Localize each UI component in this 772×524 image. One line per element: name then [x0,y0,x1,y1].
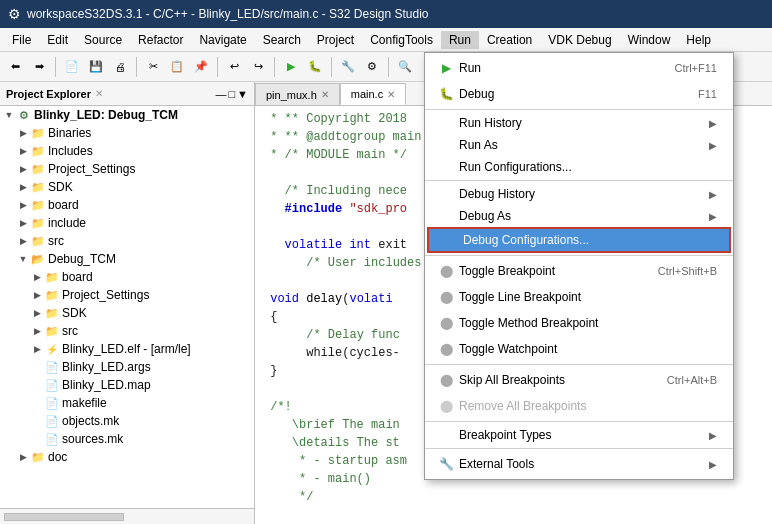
tree-item-include[interactable]: ▶ 📁 include [0,214,254,232]
tree-item-src[interactable]: ▶ 📁 src [0,232,254,250]
menu-vdkdebug[interactable]: VDK Debug [540,31,619,49]
tree-item-includes[interactable]: ▶ 📁 Includes [0,142,254,160]
toolbar-btn-6[interactable]: ✂ [142,56,164,78]
menu-navigate[interactable]: Navigate [191,31,254,49]
tree-label-project-settings: Project_Settings [48,162,135,176]
folder-icon-dt-project-settings: 📁 [44,287,60,303]
tree-item-dt-src[interactable]: ▶ 📁 src [0,322,254,340]
menu-help[interactable]: Help [678,31,719,49]
file-icon-objects-mk: 📄 [44,413,60,429]
toolbar-btn-10[interactable]: ↪ [247,56,269,78]
arrow-blinky-root: ▼ [2,110,16,120]
menu-remove-all-label: Remove All Breakpoints [459,399,586,413]
pe-settings[interactable]: ▼ [237,88,248,100]
external-tools-arrow: ▶ [709,459,717,470]
tab-label-main-c: main.c [351,88,383,100]
menu-debug-as[interactable]: Debug As ▶ [425,205,733,227]
method-breakpoint-icon: ⬤ [437,314,455,332]
toolbar-run-btn[interactable]: ▶ [280,56,302,78]
menu-configtools[interactable]: ConfigTools [362,31,441,49]
menu-toggle-watchpoint[interactable]: ⬤ Toggle Watchpoint [425,336,733,362]
menu-search[interactable]: Search [255,31,309,49]
folder-icon-dt-sdk: 📁 [44,305,60,321]
menu-toggle-breakpoint-label: Toggle Breakpoint [459,264,555,278]
tree-item-doc[interactable]: ▶ 📁 doc [0,448,254,466]
toolbar-btn-7[interactable]: 📋 [166,56,188,78]
tree-item-blinky-elf[interactable]: ▶ ⚡ Blinky_LED.elf - [arm/le] [0,340,254,358]
menu-refactor[interactable]: Refactor [130,31,191,49]
menu-external-tools[interactable]: 🔧 External Tools ▶ [425,451,733,477]
menu-run-run[interactable]: ▶ Run Ctrl+F11 [425,55,733,81]
tree-item-blinky-args[interactable]: ▶ 📄 Blinky_LED.args [0,358,254,376]
tree-item-sdk[interactable]: ▶ 📁 SDK [0,178,254,196]
tree-item-board[interactable]: ▶ 📁 board [0,196,254,214]
tree-item-makefile[interactable]: ▶ 📄 makefile [0,394,254,412]
tab-pin-mux[interactable]: pin_mux.h ✕ [255,83,340,105]
toolbar-btn-5[interactable]: 🖨 [109,56,131,78]
toolbar-btn-2[interactable]: ➡ [28,56,50,78]
tree-item-project-settings[interactable]: ▶ 📁 Project_Settings [0,160,254,178]
tree-item-blinky-map[interactable]: ▶ 📄 Blinky_LED.map [0,376,254,394]
toolbar-btn-3[interactable]: 📄 [61,56,83,78]
menu-run-history[interactable]: Run History ▶ [425,112,733,134]
toolbar-btn-1[interactable]: ⬅ [4,56,26,78]
pe-badge: ✕ [95,88,103,99]
menu-external-tools-label: External Tools [459,457,534,471]
project-icon: ⚙ [16,107,32,123]
pe-header: Project Explorer ✕ — □ ▼ [0,82,254,106]
menu-toggle-line-breakpoint[interactable]: ⬤ Toggle Line Breakpoint [425,284,733,310]
toolbar-btn-9[interactable]: ↩ [223,56,245,78]
menu-skip-all-breakpoints[interactable]: ⬤ Skip All Breakpoints Ctrl+Alt+B [425,367,733,393]
menu-toggle-breakpoint[interactable]: ⬤ Toggle Breakpoint Ctrl+Shift+B [425,258,733,284]
arrow-include: ▶ [16,218,30,228]
menu-debug-history[interactable]: Debug History ▶ [425,183,733,205]
tree-label-dt-src: src [62,324,78,338]
menu-toggle-method-breakpoint[interactable]: ⬤ Toggle Method Breakpoint [425,310,733,336]
toolbar-btn-11[interactable]: 🔧 [337,56,359,78]
toolbar-btn-4[interactable]: 💾 [85,56,107,78]
menu-edit[interactable]: Edit [39,31,76,49]
toggle-breakpoint-shortcut: Ctrl+Shift+B [658,265,717,277]
menu-run-configurations[interactable]: Run Configurations... [425,156,733,178]
pe-maximize[interactable]: □ [228,88,235,100]
tree-label-blinky-root: Blinky_LED: Debug_TCM [34,108,178,122]
menu-window[interactable]: Window [620,31,679,49]
menu-project[interactable]: Project [309,31,362,49]
tree-item-dt-board[interactable]: ▶ 📁 board [0,268,254,286]
tree-label-include: include [48,216,86,230]
toolbar-btn-12[interactable]: ⚙ [361,56,383,78]
tree-item-dt-sdk[interactable]: ▶ 📁 SDK [0,304,254,322]
folder-icon-binaries: 📁 [30,125,46,141]
pe-minimize[interactable]: — [215,88,226,100]
pe-scrollbar[interactable] [4,513,124,521]
toolbar-search-btn[interactable]: 🔍 [394,56,416,78]
menu-run[interactable]: Run [441,31,479,49]
toolbar-btn-8[interactable]: 📌 [190,56,212,78]
menu-breakpoint-types[interactable]: Breakpoint Types ▶ [425,424,733,446]
skip-breakpoints-icon: ⬤ [437,371,455,389]
menu-debug-as-label: Debug As [459,209,511,223]
pe-body: ▼ ⚙ Blinky_LED: Debug_TCM ▶ 📁 Binaries ▶… [0,106,254,508]
menu-file[interactable]: File [4,31,39,49]
menu-debug-label: Debug [459,87,494,101]
menu-run-debug[interactable]: 🐛 Debug F11 [425,81,733,107]
tree-label-blinky-elf: Blinky_LED.elf - [arm/le] [62,342,191,356]
arrow-sdk: ▶ [16,182,30,192]
toolbar-debug-btn[interactable]: 🐛 [304,56,326,78]
tab-close-main-c[interactable]: ✕ [387,89,395,100]
menu-debug-configurations[interactable]: Debug Configurations... [427,227,731,253]
folder-icon-includes: 📁 [30,143,46,159]
tree-item-debug-tcm[interactable]: ▼ 📂 Debug_TCM [0,250,254,268]
tree-item-objects-mk[interactable]: ▶ 📄 objects.mk [0,412,254,430]
tree-item-sources-mk[interactable]: ▶ 📄 sources.mk [0,430,254,448]
tree-item-blinky-root[interactable]: ▼ ⚙ Blinky_LED: Debug_TCM [0,106,254,124]
sep-4 [425,364,733,365]
tab-main-c[interactable]: main.c ✕ [340,83,406,105]
menu-run-as[interactable]: Run As ▶ [425,134,733,156]
tree-item-binaries[interactable]: ▶ 📁 Binaries [0,124,254,142]
arrow-binaries: ▶ [16,128,30,138]
menu-creation[interactable]: Creation [479,31,540,49]
menu-source[interactable]: Source [76,31,130,49]
tree-item-dt-project-settings[interactable]: ▶ 📁 Project_Settings [0,286,254,304]
tab-close-pin-mux[interactable]: ✕ [321,89,329,100]
